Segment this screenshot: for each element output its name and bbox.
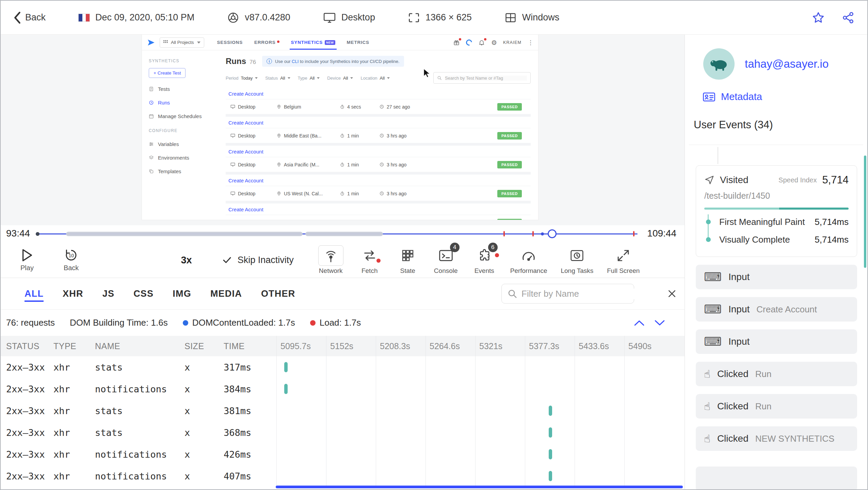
request-row[interactable]: 2xx–3xxxhrstatsx381ms	[1, 400, 685, 422]
events-panel-button[interactable]: 6 Events	[465, 245, 503, 275]
user-email[interactable]: tahay@asayer.io	[745, 58, 829, 70]
back-button[interactable]: Back	[13, 11, 46, 24]
event-marker-red[interactable]	[633, 231, 634, 236]
monitor-icon	[323, 12, 336, 23]
stopwatch-icon	[340, 162, 344, 167]
request-row[interactable]: 2xx–3xxxhrnotificationsx384ms	[1, 378, 685, 400]
player-timeline[interactable]: 93:44 109:44	[1, 225, 685, 242]
project-selector: All Projects	[160, 37, 204, 48]
tab-other[interactable]: OTHER	[261, 280, 295, 308]
windows-icon	[504, 12, 517, 24]
pointer-hand-icon: ☝	[704, 401, 710, 412]
tab-img[interactable]: IMG	[173, 280, 191, 308]
player-column: All Projects SESSIONS ERRORS SYNTHETICSN…	[1, 35, 685, 489]
session-date-label: Dec 09, 2020, 05:10 PM	[95, 12, 194, 23]
location-pin-icon	[277, 162, 281, 167]
sliders-icon	[149, 142, 154, 147]
waterfall-tick-label: 5208.3s	[380, 341, 410, 351]
speed-index-value: 5,714	[822, 174, 849, 186]
runs-count: 76	[250, 59, 256, 66]
state-panel-button[interactable]: State	[389, 245, 427, 275]
network-panel-button[interactable]: Network	[311, 245, 350, 275]
dom-content-loaded: DOMContentLoaded: 1.7s	[183, 317, 295, 328]
network-filter-input[interactable]	[501, 284, 634, 304]
playback-speed-button[interactable]: 3x	[181, 255, 192, 266]
grid-icon	[163, 40, 168, 45]
favorite-star-icon[interactable]	[811, 11, 825, 24]
panel-scrollbar[interactable]	[864, 156, 866, 268]
operating-system: Windows	[504, 12, 560, 24]
visited-event-card[interactable]: Visited Speed Index 5,714 /test-builder/…	[696, 165, 857, 257]
event-marker-red[interactable]	[532, 231, 534, 236]
player-tool-buttons: Network Fetch State 4 Console	[311, 245, 647, 275]
event-marker-blue[interactable]	[541, 232, 544, 235]
status-badge: PASSED	[497, 161, 522, 168]
request-row[interactable]: 2xx–3xxxhrnotificationsx407ms	[1, 465, 685, 487]
visited-label: Visited	[720, 175, 749, 185]
col-name: NAME	[95, 341, 184, 351]
click-event-card[interactable]: ☝ Clicked NEW SYNTHETICS	[696, 426, 857, 451]
back-10s-button[interactable]: 10 Back	[64, 248, 79, 272]
chevron-down-icon[interactable]	[654, 319, 665, 327]
session-replay-page: Back Dec 09, 2020, 05:10 PM v87.0.4280 D…	[0, 0, 868, 490]
stopwatch-icon	[340, 191, 344, 196]
tab-xhr[interactable]: XHR	[63, 280, 83, 308]
play-button[interactable]: Play	[20, 248, 34, 272]
click-event-card[interactable]: ☝ Clicked Run	[696, 362, 857, 386]
close-panel-button[interactable]	[667, 289, 677, 299]
timeline-scrubber[interactable]	[548, 229, 557, 238]
col-size: SIZE	[184, 341, 224, 351]
browser-icon	[227, 12, 239, 24]
session-info-panel: tahay@asayer.io Metadata User Events (34…	[685, 35, 867, 489]
run-group: Create Account Desktop Belgium 4 secs 27…	[226, 88, 531, 114]
network-filter-tabs: ALL XHR JS CSS IMG MEDIA OTHER	[1, 278, 685, 310]
metric-row: First Meaningful Paint 5,714ms	[719, 213, 849, 231]
stopwatch-icon	[340, 104, 344, 109]
waterfall-tick-label: 5095.7s	[280, 341, 311, 351]
long-tasks-panel-button[interactable]: Long Tasks	[554, 245, 600, 275]
tab-js[interactable]: JS	[102, 280, 114, 308]
history-icon	[149, 100, 154, 105]
replay-stage[interactable]: All Projects SESSIONS ERRORS SYNTHETICSN…	[1, 35, 685, 225]
sidebar-item-environments: Environments	[149, 151, 213, 164]
tab-all[interactable]: ALL	[25, 280, 44, 308]
status-badge: PASSED	[497, 190, 522, 197]
request-row[interactable]: 2xx–3xxxhrstatsx317ms	[1, 356, 685, 378]
input-event-card[interactable]: ⌨ Input Create Account	[696, 297, 857, 322]
share-icon[interactable]	[841, 11, 855, 24]
fullscreen-button[interactable]: Full Screen	[600, 245, 646, 275]
horizontal-scrollbar[interactable]	[276, 486, 683, 488]
sidebar-item-runs: Runs	[149, 96, 213, 109]
visited-path: /test-builder/1450	[704, 191, 849, 201]
metadata-button[interactable]: Metadata	[703, 91, 867, 102]
run-name-link: Create Account	[226, 88, 531, 99]
request-row[interactable]: 2xx–3xxxhrstatsx368ms	[1, 422, 685, 443]
input-event-card[interactable]: ⌨ Input	[696, 329, 857, 354]
console-panel-button[interactable]: 4 Console	[427, 245, 465, 275]
tab-css[interactable]: CSS	[133, 280, 154, 308]
skip-inactivity-toggle[interactable]: Skip Inactivity	[222, 255, 294, 265]
sidebar-item-tests: Tests	[149, 82, 213, 96]
run-group: Create Account Desktop Middle East (Ba..…	[226, 117, 531, 143]
event-marker-red[interactable]	[503, 231, 505, 236]
fetch-panel-button[interactable]: Fetch	[350, 245, 389, 275]
event-card[interactable]	[696, 467, 857, 489]
timeline-track[interactable]	[37, 233, 638, 234]
tab-media[interactable]: MEDIA	[210, 280, 242, 308]
performance-panel-button[interactable]: Performance	[503, 245, 554, 275]
timeline-start-dot	[36, 232, 39, 236]
input-event-card[interactable]: ⌨ Input	[696, 265, 857, 289]
clock-icon	[380, 162, 384, 167]
paint-metrics: First Meaningful Paint 5,714ms Visually …	[704, 213, 849, 248]
current-time: 93:44	[6, 228, 30, 239]
app-logo-icon	[147, 38, 156, 47]
click-event-card[interactable]: ☝ Clicked Run	[696, 394, 857, 419]
chevron-up-icon[interactable]	[633, 319, 645, 327]
monitor-icon	[230, 162, 235, 167]
clock-icon	[380, 104, 384, 109]
pointer-hand-icon: ☝	[704, 369, 710, 379]
top-bar: Back Dec 09, 2020, 05:10 PM v87.0.4280 D…	[1, 1, 867, 35]
request-row[interactable]: 2xx–3xxxhrnotificationsx426ms	[1, 443, 685, 465]
request-waterfall-bar	[549, 471, 552, 481]
browser-version: v87.0.4280	[227, 12, 290, 24]
